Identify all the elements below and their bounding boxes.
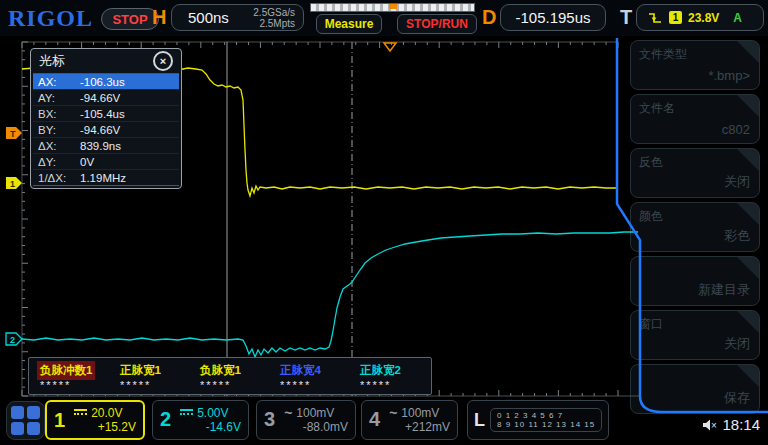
measure-button[interactable]: Measure (316, 14, 382, 34)
delay-menu-label[interactable]: D (482, 6, 496, 29)
sample-rate: 2.5GSa/s (253, 7, 295, 18)
measurement-label: 正脉宽4 (277, 361, 324, 380)
channel-tag-3[interactable]: 3~100mV-88.0mV (256, 400, 356, 440)
channel-scale: 100mV (401, 406, 439, 420)
svg-text:×: × (711, 420, 717, 431)
cursor-row-label: 1/ΔX: (38, 172, 80, 184)
menu-value: 彩色 (724, 227, 750, 245)
channel-number: 1 (47, 402, 68, 438)
menu-value: 新建目录 (698, 281, 750, 299)
menu-value: c802 (722, 122, 750, 137)
cursor-row-label: BY: (38, 124, 80, 136)
oscilloscope-screen: RIGOL STOP H 500ns 2.5GSa/s 2.5Mpts Meas… (0, 0, 768, 445)
channel-scale: 100mV (296, 406, 334, 420)
cursor-row-label: ΔY: (38, 156, 80, 168)
memory-depth: 2.5Mpts (259, 18, 295, 29)
ac-coupling-icon: ~ (284, 409, 292, 417)
measurement-item[interactable]: 正脉宽1***** (117, 358, 189, 394)
cursor-row: ΔY:0V (33, 154, 179, 170)
timebase-box[interactable]: 500ns 2.5GSa/s 2.5Mpts (171, 4, 304, 31)
channel-offset: -88.0mV (278, 420, 348, 434)
measurement-item[interactable]: 正脉宽2***** (357, 358, 429, 394)
channel-number: 2 (153, 401, 174, 439)
cursor-row: BX:-105.4us (33, 106, 179, 122)
channel-tag-1[interactable]: 120.0V+15.2V (45, 400, 145, 440)
trigger-box[interactable]: 1 23.8V A (636, 4, 764, 31)
measurement-value: ***** (117, 379, 189, 391)
horizontal-menu-label[interactable]: H (152, 6, 166, 29)
menu-softkey-1[interactable]: 文件类型*.bmp> (630, 40, 760, 90)
cursor-row: AX:-106.3us (33, 74, 179, 90)
cursor-panel-title: 光标 (39, 52, 65, 70)
channel-scale: 20.0V (91, 406, 122, 420)
channel-offset: -14.6V (174, 420, 241, 434)
measurement-item[interactable]: 负脉冲数1***** (37, 358, 109, 394)
trigger-source-badge: 1 (669, 11, 682, 24)
rigol-logo: RIGOL (8, 5, 93, 32)
logic-digits-row1: 0 1 2 3 4 5 6 7 (497, 411, 563, 420)
svg-text:2: 2 (10, 335, 15, 345)
cursor-row-value: 0V (80, 156, 94, 168)
menu-softkey-5[interactable]: 新建目录 (630, 256, 760, 306)
menu-value: 保存 (724, 389, 750, 407)
cursor-row-value: -94.66V (80, 92, 120, 104)
channel-number: 4 (362, 401, 383, 439)
trigger-level-value: 23.8V (688, 11, 719, 25)
logic-label: L (474, 410, 485, 431)
speaker-muted-icon: × (701, 418, 718, 432)
menu-value: 关闭 (724, 335, 750, 353)
clock-time: 18:14 (722, 416, 760, 433)
menu-softkey-2[interactable]: 文件名c802 (630, 94, 760, 144)
logic-digits-row2: 8 9 10 11 12 13 14 15 (497, 420, 595, 429)
app-grid-icon[interactable] (6, 401, 45, 440)
channel-tag-4[interactable]: 4~100mV+212mV (361, 400, 458, 440)
cursor-panel[interactable]: 光标 × AX:-106.3usAY:-94.66VBX:-105.4usBY:… (30, 48, 182, 189)
measurement-value: ***** (357, 379, 429, 391)
delay-value: -105.195us (515, 9, 590, 26)
channel-values: 5.00V-14.6V (174, 401, 248, 439)
channel-tag-2[interactable]: 25.00V-14.6V (152, 400, 249, 440)
measurement-label: 正脉宽2 (357, 361, 404, 380)
cursor-row-value: -105.4us (80, 108, 125, 120)
menu-value: 关闭 (724, 173, 750, 191)
dc-coupling-icon (74, 409, 87, 418)
cursor-row-value: 839.9ns (80, 140, 121, 152)
timebase-value: 500ns (188, 9, 229, 26)
menu-softkey-3[interactable]: 反色关闭 (630, 148, 760, 198)
cursor-row-label: ΔX: (38, 140, 80, 152)
delay-box[interactable]: -105.195us (500, 4, 606, 31)
cursor-row: 1/ΔX:1.19MHz (33, 170, 179, 185)
cursor-row-value: 1.19MHz (80, 172, 126, 184)
measurement-bar[interactable]: 负脉冲数1*****正脉宽1*****负脉宽1*****正脉宽4*****正脉宽… (28, 357, 432, 395)
cursor-row-label: AY: (38, 92, 80, 104)
channel-offset: +212mV (383, 420, 450, 434)
side-menu: 文件类型*.bmp>文件名c802反色关闭颜色彩色新建目录窗口关闭保存 (630, 40, 760, 418)
measurement-item[interactable]: 正脉宽4***** (277, 358, 349, 394)
cursor-row: AY:-94.66V (33, 90, 179, 106)
top-bar: RIGOL STOP H 500ns 2.5GSa/s 2.5Mpts Meas… (0, 0, 768, 36)
stop-run-button[interactable]: STOP/RUN (397, 14, 477, 34)
menu-title: 窗口 (639, 316, 663, 333)
falling-edge-icon (647, 11, 663, 25)
measurement-label: 负脉冲数1 (37, 361, 95, 380)
channel-scale-row: 20.0V (68, 406, 136, 420)
cursor-row-label: BX: (38, 108, 80, 120)
menu-title: 文件名 (639, 100, 675, 117)
channel-scale-row: ~100mV (383, 406, 450, 420)
cursor-row: BY:-94.66V (33, 122, 179, 138)
waveform-position-indicator[interactable] (310, 3, 475, 12)
cursor-row-label: AX: (38, 76, 80, 88)
run-state-badge: STOP (101, 8, 159, 30)
cursor-row-value: -106.3us (80, 76, 125, 88)
channel-scale-row: 5.00V (174, 406, 241, 420)
trigger-menu-label[interactable]: T (620, 6, 632, 29)
cursor-row: ΔX:839.9ns (33, 138, 179, 154)
logic-channels-tag[interactable]: L 0 1 2 3 4 5 6 7 8 9 10 11 12 13 14 15 (467, 400, 609, 440)
measurement-value: ***** (37, 379, 109, 391)
menu-softkey-6[interactable]: 窗口关闭 (630, 310, 760, 360)
measurement-item[interactable]: 负脉宽1***** (197, 358, 269, 394)
menu-softkey-4[interactable]: 颜色彩色 (630, 202, 760, 252)
close-icon[interactable]: × (153, 51, 173, 71)
menu-softkey-7[interactable]: 保存 (630, 364, 760, 414)
channel-number: 3 (257, 401, 278, 439)
